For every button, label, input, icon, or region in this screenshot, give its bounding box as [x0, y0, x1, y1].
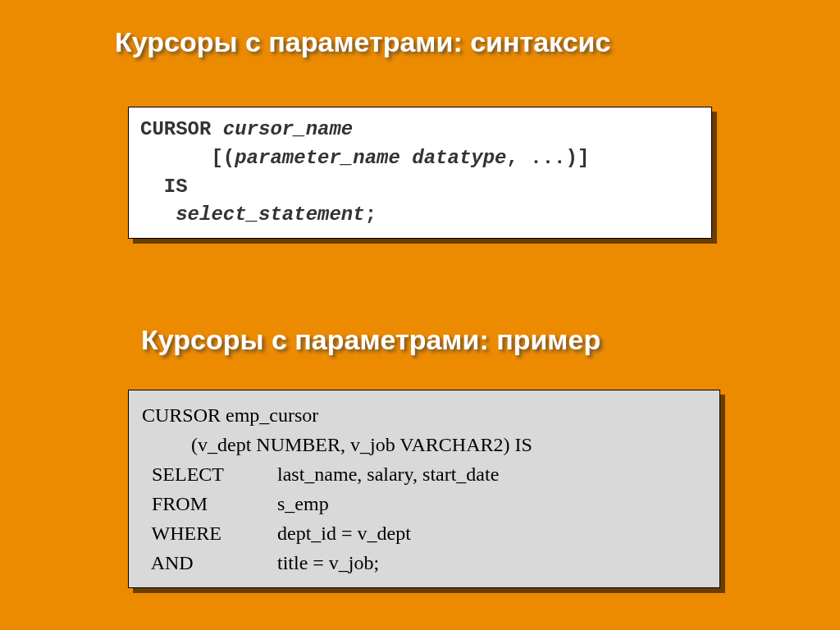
example-line-6: ANDtitle = v_job;: [142, 548, 706, 578]
kw-cursor: CURSOR: [140, 118, 223, 140]
ph-select-stmt: select_statement: [176, 203, 364, 226]
example-line-3: SELECTlast_name, salary, start_date: [142, 459, 706, 489]
txt: [140, 203, 176, 226]
example-line-5: WHEREdept_id = v_dept: [142, 518, 706, 548]
txt: , ...)]: [506, 147, 589, 169]
heading-syntax: Курсоры с параметрами: синтаксис: [115, 26, 610, 58]
syntax-line-3: IS: [140, 173, 700, 202]
syntax-line-4: select_statement;: [140, 201, 700, 230]
syntax-code-box: CURSOR cursor_name [(parameter_name data…: [128, 107, 712, 239]
kw-where: WHERE: [142, 518, 277, 548]
txt: [(: [140, 147, 235, 169]
val: s_emp: [277, 493, 329, 514]
txt: [400, 147, 412, 169]
val: title = v_job;: [277, 552, 379, 573]
ph-cursor-name: cursor_name: [223, 118, 353, 140]
example-line-2: (v_dept NUMBER, v_job VARCHAR2) IS: [142, 430, 706, 459]
example-line-4: FROMs_emp: [142, 489, 706, 518]
kw-select: SELECT: [142, 459, 277, 489]
kw-from: FROM: [142, 489, 277, 518]
kw-and: AND: [142, 548, 277, 578]
ph-param-name: parameter_name: [235, 147, 400, 169]
syntax-line-2: [(parameter_name datatype, ...)]: [140, 144, 700, 173]
val: last_name, salary, start_date: [277, 463, 499, 485]
syntax-line-1: CURSOR cursor_name: [140, 116, 700, 144]
heading-example: Курсоры с параметрами: пример: [141, 324, 600, 356]
txt: ;: [365, 203, 377, 226]
val: dept_id = v_dept: [277, 523, 411, 544]
example-line-1: CURSOR emp_cursor: [142, 400, 706, 430]
ph-datatype: datatype: [412, 147, 506, 169]
example-code-box: CURSOR emp_cursor (v_dept NUMBER, v_job …: [128, 390, 720, 588]
